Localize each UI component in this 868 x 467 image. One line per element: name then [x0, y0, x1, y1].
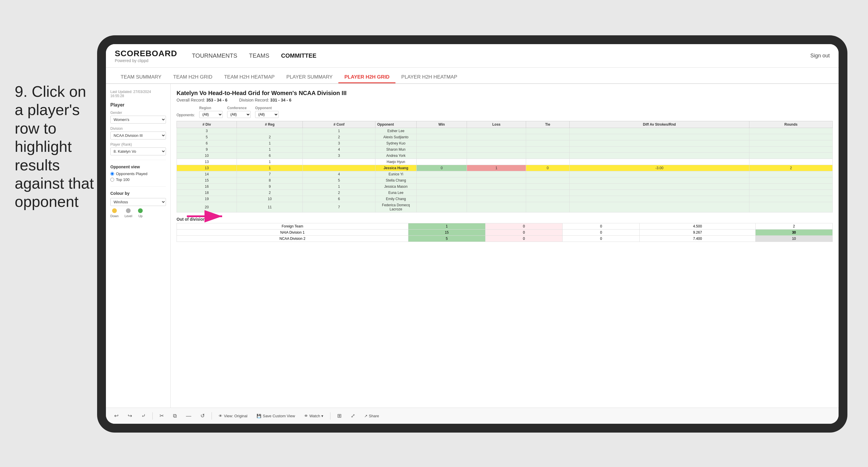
- instruction-text: 9. Click on a player's row to highlight …: [15, 83, 97, 211]
- col-opponent: Opponent: [375, 121, 416, 128]
- col-div: # Div: [177, 121, 237, 128]
- undo-button[interactable]: ↩: [112, 411, 121, 420]
- logo-area: SCOREBOARD Powered by clippd: [115, 49, 177, 63]
- table-row[interactable]: 613 Sydney Kuo: [177, 141, 833, 147]
- expand-button[interactable]: ⤢: [348, 411, 358, 420]
- sidebar-player-title: Player: [110, 102, 166, 108]
- tab-player-h2h-grid[interactable]: PLAYER H2H GRID: [338, 72, 395, 83]
- copy-button[interactable]: ⧉: [170, 412, 179, 420]
- toolbar-sep-2: [212, 412, 212, 419]
- region-filter-select[interactable]: (All): [199, 111, 223, 118]
- player-rank-select[interactable]: 8. Katelyn Vo: [110, 148, 166, 155]
- minus-button[interactable]: —: [184, 412, 194, 420]
- eye-icon: 👁: [219, 414, 222, 418]
- dot-down: [112, 208, 117, 213]
- col-reg: # Reg: [237, 121, 303, 128]
- grid-button[interactable]: ⊞: [335, 411, 344, 420]
- table-row[interactable]: 522 Alexis Sudjianto: [177, 134, 833, 141]
- filter-opponent: Opponent (All): [255, 106, 279, 118]
- out-division-row[interactable]: NAIA Division 1 15 0 0 9.267 30: [177, 229, 833, 236]
- logo-sub: Powered by clippd: [115, 58, 177, 63]
- gender-select[interactable]: Women's: [110, 116, 166, 124]
- radio-opponents-played[interactable]: Opponents Played: [110, 172, 166, 176]
- logo-text: SCOREBOARD: [115, 49, 177, 58]
- table-row[interactable]: 1691 Jessica Mason: [177, 184, 833, 190]
- toolbar-sep-1: [152, 412, 153, 419]
- division-record-label: Division Record: 331 - 34 - 6: [239, 98, 291, 102]
- legend-level: Level: [124, 208, 132, 218]
- view-original-button[interactable]: 👁 View: Original: [216, 412, 250, 419]
- main-content: Last Updated: 27/03/2024 16:55:28 Player…: [106, 84, 839, 408]
- tab-player-h2h-heatmap[interactable]: PLAYER H2H HEATMAP: [396, 72, 463, 83]
- legend-up: Up: [138, 208, 143, 218]
- watch-icon: 👁: [304, 414, 308, 418]
- player-rank-label: Player (Rank): [110, 143, 166, 147]
- colour-legend: Down Level Up: [110, 208, 166, 218]
- sidebar: Last Updated: 27/03/2024 16:55:28 Player…: [106, 84, 170, 408]
- table-row[interactable]: 914 Sharon Mun: [177, 147, 833, 153]
- out-of-division-table: Foreign Team 1 0 0 4.500 2 NAIA Division…: [177, 223, 833, 242]
- table-row[interactable]: 31 Esther Lee: [177, 128, 833, 134]
- colour-by-title: Colour by: [110, 191, 166, 196]
- opponent-view-title: Opponent view: [110, 164, 166, 169]
- colour-by-select[interactable]: Win/loss: [110, 198, 166, 206]
- out-division-row[interactable]: Foreign Team 1 0 0 4.500 2: [177, 223, 833, 229]
- watch-button[interactable]: 👁 Watch ▾: [302, 412, 326, 419]
- legend-down: Down: [110, 208, 119, 218]
- dot-up: [138, 208, 143, 213]
- radio-top-100[interactable]: Top 100: [110, 178, 166, 182]
- share-icon: ↗: [364, 414, 368, 418]
- panel-title: Katelyn Vo Head-to-Head Grid for Women's…: [177, 90, 833, 96]
- conference-filter-select[interactable]: (All): [227, 111, 251, 118]
- opponent-filter-select[interactable]: (All): [255, 111, 279, 118]
- overall-record-label: Overall Record: 353 - 34 - 6: [177, 98, 227, 102]
- redo-button[interactable]: ↪: [125, 411, 134, 420]
- filters-row: Opponents: Region (All) Conference (All): [177, 106, 833, 118]
- sidebar-timestamp: Last Updated: 27/03/2024 16:55:28: [110, 90, 166, 98]
- col-tie: Tie: [526, 121, 569, 128]
- nav-teams[interactable]: TEAMS: [249, 51, 269, 61]
- table-row[interactable]: 131 Haejo Hyun: [177, 159, 833, 165]
- nav-tournaments[interactable]: TOURNAMENTS: [192, 51, 237, 61]
- records-row: Overall Record: 353 - 34 - 6 Division Re…: [177, 98, 833, 102]
- tab-team-h2h-heatmap[interactable]: TEAM H2H HEATMAP: [218, 72, 281, 83]
- filter-conference: Conference (All): [227, 106, 251, 118]
- col-conf: # Conf: [303, 121, 375, 128]
- nav-links: TOURNAMENTS TEAMS COMMITTEE: [192, 51, 810, 61]
- out-of-division-title: Out of division: [177, 217, 833, 222]
- table-row[interactable]: 19106 Emily Chang: [177, 196, 833, 202]
- tab-player-summary[interactable]: PLAYER SUMMARY: [280, 72, 338, 83]
- table-row[interactable]: 1474 Eunice Yi: [177, 171, 833, 178]
- h2h-table: # Div # Reg # Conf Opponent Win Loss Tie…: [177, 121, 833, 213]
- col-loss: Loss: [467, 121, 526, 128]
- content-panel: Katelyn Vo Head-to-Head Grid for Women's…: [170, 84, 839, 408]
- sign-out-button[interactable]: Sign out: [810, 53, 830, 59]
- filter-region: Region (All): [199, 106, 223, 118]
- top-nav: SCOREBOARD Powered by clippd TOURNAMENTS…: [106, 44, 839, 68]
- table-row[interactable]: 20117 Federica Domecq Lacroze: [177, 202, 833, 213]
- table-row[interactable]: 1822 Euna Lee: [177, 190, 833, 196]
- opponents-label: Opponents:: [177, 113, 195, 118]
- dot-level: [126, 208, 131, 213]
- col-win: Win: [416, 121, 467, 128]
- tablet-screen: SCOREBOARD Powered by clippd TOURNAMENTS…: [106, 44, 839, 424]
- table-row[interactable]: 1585 Stella Chang: [177, 178, 833, 184]
- back-button[interactable]: ⤶: [139, 411, 148, 420]
- col-diff: Diff Av Strokes/Rnd: [569, 121, 749, 128]
- nav-committee[interactable]: COMMITTEE: [281, 51, 316, 61]
- out-division-row[interactable]: NCAA Division 2 5 0 0 7.400 10: [177, 236, 833, 242]
- cut-button[interactable]: ✂: [157, 411, 166, 420]
- bottom-toolbar: ↩ ↪ ⤶ ✂ ⧉ — ↺ 👁 View: Original 💾 Save Cu…: [106, 408, 839, 424]
- share-button[interactable]: ↗ Share: [362, 412, 382, 419]
- tab-team-summary[interactable]: TEAM SUMMARY: [115, 72, 167, 83]
- selected-player-row[interactable]: 13 1 Jessica Huang 0 1 0 -3.00 2: [177, 165, 833, 171]
- refresh-button[interactable]: ↺: [198, 411, 207, 420]
- sub-nav: TEAM SUMMARY TEAM H2H GRID TEAM H2H HEAT…: [106, 68, 839, 84]
- table-row[interactable]: 1063 Andrea York: [177, 153, 833, 159]
- gender-label: Gender: [110, 111, 166, 115]
- save-icon: 💾: [256, 414, 261, 418]
- division-select[interactable]: NCAA Division III: [110, 131, 166, 139]
- tab-team-h2h-grid[interactable]: TEAM H2H GRID: [167, 72, 218, 83]
- tablet-frame: SCOREBOARD Powered by clippd TOURNAMENTS…: [97, 35, 847, 433]
- save-custom-view-button[interactable]: 💾 Save Custom View: [254, 412, 298, 419]
